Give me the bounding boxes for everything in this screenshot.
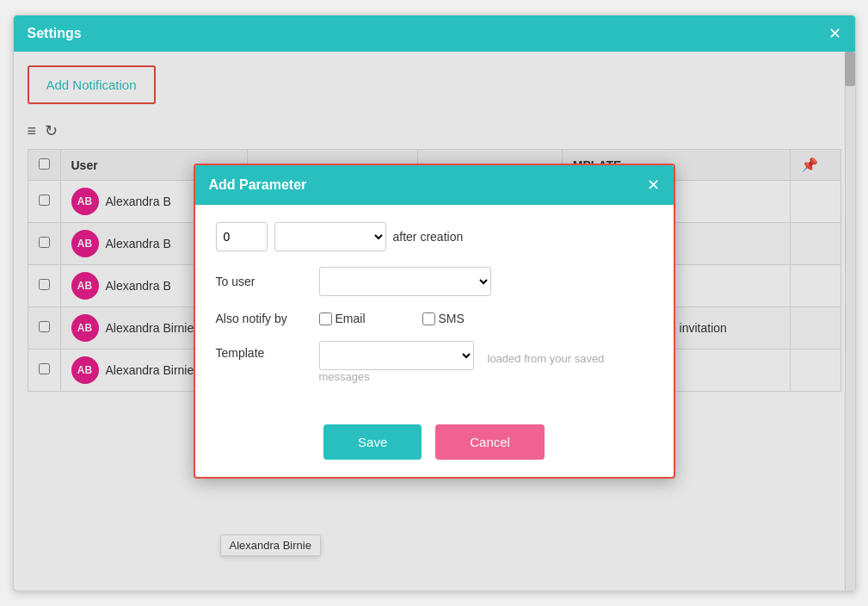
settings-title: Settings	[28, 26, 82, 41]
cancel-button[interactable]: Cancel	[435, 424, 545, 460]
loaded-from-saved-text: loaded from your saved	[488, 352, 605, 365]
template-label: Template	[216, 346, 311, 360]
days-number-input[interactable]	[216, 222, 268, 251]
settings-window: Settings ✕ Add Notification ≡ ↻ User MPL…	[13, 15, 856, 591]
settings-close-button[interactable]: ✕	[828, 26, 841, 41]
also-notify-row: Also notify by Email SMS	[216, 312, 653, 325]
save-button[interactable]: Save	[323, 424, 422, 460]
template-row: Template loaded from your saved messages	[216, 341, 653, 383]
email-checkbox[interactable]	[319, 312, 332, 325]
email-label: Email	[336, 312, 366, 325]
email-checkbox-label[interactable]: Email	[319, 312, 414, 325]
timing-unit-select[interactable]: days hours minutes	[274, 222, 386, 251]
after-creation-label: after creation	[393, 230, 464, 244]
also-notify-label: Also notify by	[216, 312, 311, 325]
modal-close-button[interactable]: ✕	[647, 176, 660, 195]
sms-checkbox-label[interactable]: SMS	[422, 312, 517, 325]
modal-title: Add Parameter	[209, 177, 307, 193]
timing-row: days hours minutes after creation	[216, 222, 653, 251]
sms-checkbox[interactable]	[422, 312, 435, 325]
messages-text: messages	[319, 370, 605, 383]
to-user-select[interactable]	[319, 267, 491, 296]
add-parameter-dialog: Add Parameter ✕ days hours minutes	[194, 164, 675, 479]
template-input-group: loaded from your saved messages	[319, 341, 605, 383]
modal-overlay: Add Parameter ✕ days hours minutes	[14, 52, 855, 591]
sms-label: SMS	[439, 312, 465, 325]
to-user-label: To user	[216, 275, 311, 288]
modal-header: Add Parameter ✕	[195, 165, 674, 205]
template-select[interactable]	[319, 341, 474, 370]
to-user-row: To user	[216, 267, 653, 296]
settings-header: Settings ✕	[14, 15, 855, 52]
settings-body: Add Notification ≡ ↻ User MPLATE 📌	[14, 52, 855, 591]
modal-footer: Save Cancel	[195, 416, 674, 477]
modal-body: days hours minutes after creation To use…	[195, 205, 674, 416]
